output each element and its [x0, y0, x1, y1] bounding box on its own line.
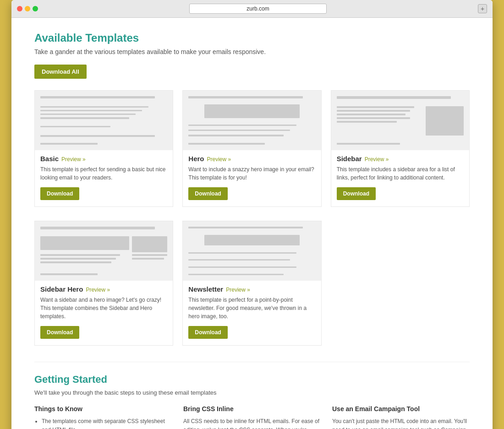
page-title: Available Templates — [34, 32, 470, 44]
getting-started-section: Getting Started We'll take you through t… — [34, 362, 470, 429]
template-desc-basic: This template is perfect for sending a b… — [40, 165, 167, 182]
gs-col-title-2: Use an Email Campaign Tool — [332, 405, 470, 413]
template-info-newsletter: Newsletter Preview » This template is pe… — [183, 281, 321, 345]
browser-chrome: + — [11, 0, 493, 18]
gs-col-css-inline: Bring CSS Inline All CSS needs to be inl… — [183, 405, 321, 429]
template-name-sidebar-hero: Sidebar Hero — [40, 285, 83, 293]
preview-link-newsletter[interactable]: Preview » — [226, 287, 250, 293]
template-name-newsletter: Newsletter — [188, 285, 223, 293]
gs-col-title-0: Things to Know — [34, 405, 172, 413]
url-input[interactable] — [189, 4, 327, 14]
new-tab-button[interactable]: + — [478, 4, 487, 13]
template-name-hero: Hero — [188, 155, 204, 163]
close-button[interactable] — [17, 6, 22, 11]
gs-col-campaign-tool: Use an Email Campaign Tool You can't jus… — [332, 405, 470, 429]
download-button-newsletter[interactable]: Download — [188, 326, 227, 339]
getting-started-grid: Things to Know The templates come with s… — [34, 405, 470, 429]
template-preview-sidebar — [331, 91, 469, 150]
template-name-row-sidebar: Sidebar Preview » — [337, 155, 464, 163]
page-subtitle: Take a gander at the various templates a… — [34, 48, 470, 55]
template-name-row-hero: Hero Preview » — [188, 155, 315, 163]
template-name-row-basic: Basic Preview » — [40, 155, 167, 163]
gs-col-text-1: All CSS needs to be inline for HTML emai… — [183, 417, 321, 429]
template-preview-newsletter — [183, 221, 321, 281]
address-bar — [42, 4, 474, 14]
template-info-basic: Basic Preview » This template is perfect… — [35, 150, 173, 206]
preview-link-hero[interactable]: Preview » — [207, 156, 231, 163]
template-card-hero: Hero Preview » Want to include a snazzy … — [182, 90, 321, 207]
browser-window: + Available Templates Take a gander at t… — [11, 0, 493, 429]
template-card-sidebar-hero: Sidebar Hero Preview » Want a sidebar an… — [34, 221, 173, 346]
template-card-sidebar: Sidebar Preview » This template includes… — [331, 90, 470, 207]
template-name-basic: Basic — [40, 155, 59, 163]
gs-col-things-to-know: Things to Know The templates come with s… — [34, 405, 172, 429]
template-desc-sidebar-hero: Want a sidebar and a hero image? Let's g… — [40, 296, 167, 320]
getting-started-title: Getting Started — [34, 374, 470, 386]
gs-list-things: The templates come with separate CSS sty… — [34, 417, 172, 429]
download-button-hero[interactable]: Download — [188, 187, 227, 200]
template-preview-hero — [183, 91, 321, 150]
template-info-sidebar-hero: Sidebar Hero Preview » Want a sidebar an… — [35, 281, 173, 345]
gs-col-title-1: Bring CSS Inline — [183, 405, 321, 413]
download-all-button[interactable]: Download All — [34, 65, 87, 79]
gs-col-text-2: You can't just paste the HTML code into … — [332, 417, 470, 429]
minimize-button[interactable] — [25, 6, 30, 11]
template-info-sidebar: Sidebar Preview » This template includes… — [331, 150, 469, 206]
template-desc-sidebar: This template includes a sidebar area fo… — [337, 165, 464, 182]
preview-link-sidebar-hero[interactable]: Preview » — [86, 287, 110, 293]
gs-list-item-0: The templates come with separate CSS sty… — [42, 417, 172, 429]
browser-content: Available Templates Take a gander at the… — [11, 18, 493, 429]
template-info-hero: Hero Preview » Want to include a snazzy … — [183, 150, 321, 206]
getting-started-subtitle: We'll take you through the basic steps t… — [34, 389, 470, 396]
templates-grid-row1: Basic Preview » This template is perfect… — [34, 90, 470, 207]
template-name-row-sidebar-hero: Sidebar Hero Preview » — [40, 285, 167, 293]
download-button-basic[interactable]: Download — [40, 187, 79, 200]
download-button-sidebar-hero[interactable]: Download — [40, 326, 79, 339]
preview-link-sidebar[interactable]: Preview » — [365, 156, 389, 163]
templates-grid-row2: Sidebar Hero Preview » Want a sidebar an… — [34, 221, 470, 346]
template-preview-sidebar-hero — [35, 221, 173, 281]
download-button-sidebar[interactable]: Download — [337, 187, 376, 200]
template-desc-hero: Want to include a snazzy hero image in y… — [188, 165, 315, 182]
template-name-sidebar: Sidebar — [337, 155, 362, 163]
traffic-lights — [17, 6, 38, 11]
grid-empty-cell — [331, 221, 470, 346]
template-name-row-newsletter: Newsletter Preview » — [188, 285, 315, 293]
preview-link-basic[interactable]: Preview » — [61, 156, 86, 163]
template-desc-newsletter: This template is perfect for a point-by-… — [188, 296, 315, 320]
template-card-newsletter: Newsletter Preview » This template is pe… — [182, 221, 321, 346]
template-card-basic: Basic Preview » This template is perfect… — [34, 90, 173, 207]
template-preview-basic — [35, 91, 173, 150]
maximize-button[interactable] — [33, 6, 38, 11]
